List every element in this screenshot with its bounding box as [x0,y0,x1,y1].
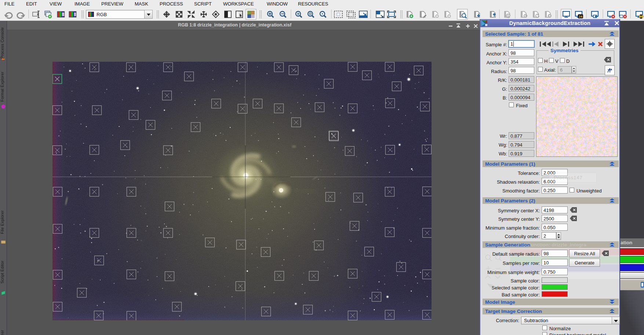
svg-text:24: 24 [579,15,582,18]
